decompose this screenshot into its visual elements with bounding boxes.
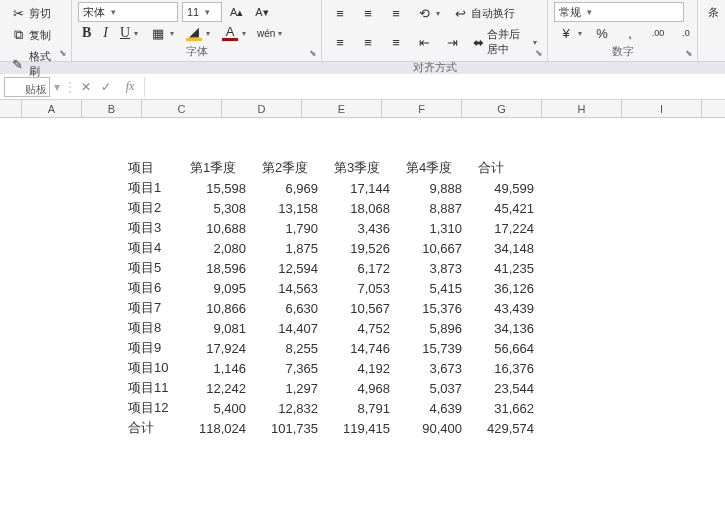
clipboard-dialog-launcher[interactable]: ⬊ [57, 47, 69, 59]
cell[interactable]: 4,192 [326, 358, 398, 378]
col-header-A[interactable]: A [22, 100, 82, 117]
header-cell[interactable]: 第3季度 [326, 158, 398, 178]
col-header-E[interactable]: E [302, 100, 382, 117]
cell[interactable]: 429,574 [470, 418, 542, 438]
align-bottom-button[interactable]: ≡ [384, 2, 408, 24]
underline-button[interactable]: U▾ [116, 22, 142, 44]
header-cell[interactable]: 合计 [470, 158, 542, 178]
cell[interactable]: 2,080 [182, 238, 254, 258]
cell[interactable]: 9,888 [398, 178, 470, 198]
header-cell[interactable]: 第1季度 [182, 158, 254, 178]
cell[interactable]: 45,421 [470, 198, 542, 218]
number-dialog-launcher[interactable]: ⬊ [683, 47, 695, 59]
bold-button[interactable]: B [78, 22, 95, 44]
comma-style-button[interactable]: , [618, 22, 642, 44]
cell[interactable]: 6,172 [326, 258, 398, 278]
cell[interactable]: 8,887 [398, 198, 470, 218]
cell[interactable]: 5,037 [398, 378, 470, 398]
cell[interactable]: 119,415 [326, 418, 398, 438]
border-button[interactable]: ▦▾ [146, 22, 178, 44]
cell[interactable]: 3,436 [326, 218, 398, 238]
cell[interactable]: 8,255 [254, 338, 326, 358]
cell[interactable]: 41,235 [470, 258, 542, 278]
font-dialog-launcher[interactable]: ⬊ [307, 47, 319, 59]
italic-button[interactable]: I [99, 22, 112, 44]
cell[interactable]: 项目2 [120, 198, 182, 218]
cell[interactable]: 项目5 [120, 258, 182, 278]
cell[interactable]: 17,924 [182, 338, 254, 358]
cell[interactable]: 9,095 [182, 278, 254, 298]
cell[interactable]: 14,407 [254, 318, 326, 338]
cell[interactable]: 项目11 [120, 378, 182, 398]
cell[interactable]: 34,136 [470, 318, 542, 338]
col-header-I[interactable]: I [622, 100, 702, 117]
cell[interactable]: 项目12 [120, 398, 182, 418]
cell[interactable]: 101,735 [254, 418, 326, 438]
fx-icon[interactable]: fx [120, 77, 140, 97]
align-left-button[interactable]: ≡ [328, 31, 352, 53]
cell[interactable]: 3,673 [398, 358, 470, 378]
formula-input[interactable] [144, 77, 721, 97]
phonetic-button[interactable]: wén▾ [254, 22, 286, 44]
cell[interactable]: 项目4 [120, 238, 182, 258]
cell[interactable]: 10,688 [182, 218, 254, 238]
cell[interactable]: 118,024 [182, 418, 254, 438]
decrease-decimal-button[interactable]: .0 [674, 22, 698, 44]
cell[interactable]: 31,662 [470, 398, 542, 418]
cell[interactable]: 12,242 [182, 378, 254, 398]
cell[interactable]: 项目6 [120, 278, 182, 298]
number-format-combo[interactable]: 常规▾ [554, 2, 684, 22]
cell[interactable]: 12,832 [254, 398, 326, 418]
accounting-format-button[interactable]: ¥▾ [554, 22, 586, 44]
cell[interactable]: 56,664 [470, 338, 542, 358]
cell[interactable]: 1,146 [182, 358, 254, 378]
conditional-format-button[interactable]: 条 [704, 2, 718, 23]
cell[interactable]: 14,746 [326, 338, 398, 358]
cell[interactable]: 36,126 [470, 278, 542, 298]
cell[interactable]: 13,158 [254, 198, 326, 218]
header-cell[interactable]: 第2季度 [254, 158, 326, 178]
fill-color-button[interactable]: ◢▾ [182, 22, 214, 44]
cell[interactable]: 5,308 [182, 198, 254, 218]
cell[interactable]: 12,594 [254, 258, 326, 278]
cell[interactable]: 6,969 [254, 178, 326, 198]
cell[interactable]: 1,875 [254, 238, 326, 258]
col-header-H[interactable]: H [542, 100, 622, 117]
orientation-button[interactable]: ⟲▾ [412, 2, 444, 24]
font-family-combo[interactable]: 宋体▾ [78, 2, 178, 22]
align-right-button[interactable]: ≡ [384, 31, 408, 53]
decrease-indent-button[interactable]: ⇤ [412, 31, 436, 53]
font-color-button[interactable]: A▾ [218, 22, 250, 44]
cell[interactable]: 9,081 [182, 318, 254, 338]
copy-button[interactable]: ⧉复制 [6, 24, 55, 46]
cell[interactable]: 49,599 [470, 178, 542, 198]
cell[interactable]: 90,400 [398, 418, 470, 438]
col-header-D[interactable]: D [222, 100, 302, 117]
cell[interactable]: 6,630 [254, 298, 326, 318]
cell[interactable]: 合计 [120, 418, 182, 438]
cell[interactable]: 5,896 [398, 318, 470, 338]
cell[interactable]: 项目1 [120, 178, 182, 198]
cell[interactable]: 15,376 [398, 298, 470, 318]
select-all-corner[interactable] [0, 100, 22, 117]
cell[interactable]: 7,365 [254, 358, 326, 378]
font-size-combo[interactable]: 11▾ [182, 2, 222, 22]
cell[interactable]: 项目7 [120, 298, 182, 318]
col-header-C[interactable]: C [142, 100, 222, 117]
col-header-F[interactable]: F [382, 100, 462, 117]
cell[interactable]: 5,400 [182, 398, 254, 418]
cell[interactable]: 10,667 [398, 238, 470, 258]
cell[interactable]: 34,148 [470, 238, 542, 258]
header-cell[interactable]: 第4季度 [398, 158, 470, 178]
cell[interactable]: 1,297 [254, 378, 326, 398]
col-header-G[interactable]: G [462, 100, 542, 117]
cell[interactable]: 16,376 [470, 358, 542, 378]
cell[interactable]: 17,224 [470, 218, 542, 238]
cell[interactable]: 17,144 [326, 178, 398, 198]
wrap-text-button[interactable]: ↩自动换行 [448, 2, 519, 24]
cancel-icon[interactable]: ✕ [76, 77, 96, 97]
percent-button[interactable]: % [590, 22, 614, 44]
cell[interactable]: 8,791 [326, 398, 398, 418]
cell[interactable]: 10,866 [182, 298, 254, 318]
cell[interactable]: 5,415 [398, 278, 470, 298]
